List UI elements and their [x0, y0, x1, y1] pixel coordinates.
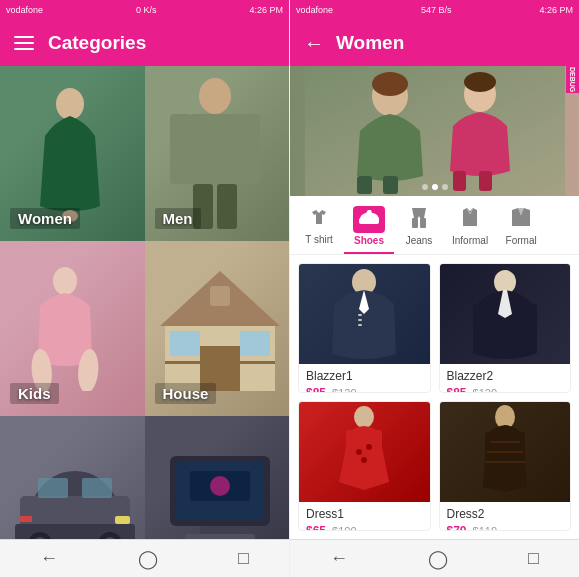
banner-content — [290, 66, 579, 196]
category-men[interactable]: Men — [145, 66, 290, 241]
left-toolbar: Categories — [0, 20, 289, 66]
svg-point-44 — [464, 72, 496, 92]
left-time: 4:26 PM — [249, 5, 283, 15]
svg-rect-55 — [346, 430, 354, 455]
dot-2[interactable] — [432, 184, 438, 190]
men-label: Men — [155, 208, 201, 229]
product-blazer2-image — [440, 264, 571, 364]
product-red-name: Dress1 — [306, 507, 423, 521]
svg-rect-38 — [357, 176, 372, 194]
product-blazer1-prices: $85 $120 — [306, 386, 423, 393]
product-dark-sale-price: $70 — [447, 524, 467, 531]
product-blazer1-info: Blazzer1 $85 $120 — [299, 364, 430, 393]
product-red-original-price: $100 — [332, 525, 356, 531]
svg-rect-32 — [185, 534, 255, 539]
product-blazer2[interactable]: Blazzer2 $85 $120 — [439, 263, 572, 393]
blazer2-svg — [465, 264, 545, 364]
product-red-sale-price: $65 — [306, 524, 326, 531]
product-blazer2-name: Blazzer2 — [447, 369, 564, 383]
jeans-tab-label: Jeans — [406, 235, 433, 246]
product-blazer1-original-price: $120 — [332, 387, 356, 393]
category-electronics[interactable]: Electronics — [145, 416, 290, 539]
informal-tab-label: Informal — [452, 235, 488, 246]
category-cars[interactable]: Cars — [0, 416, 145, 539]
right-recents-nav-icon[interactable]: □ — [528, 548, 539, 569]
tshirt-tab-label: T shirt — [305, 234, 333, 245]
svg-rect-14 — [170, 331, 200, 356]
product-blazer1-name: Blazzer1 — [306, 369, 423, 383]
right-back-nav-icon[interactable]: ← — [330, 548, 348, 569]
product-dark-image — [440, 402, 571, 502]
svg-rect-26 — [82, 478, 112, 498]
product-blazer1[interactable]: Blazzer1 $85 $120 — [298, 263, 431, 393]
tab-informal[interactable]: Informal — [444, 202, 496, 254]
banner-dots — [422, 184, 448, 190]
categories-grid: Women Men Kids — [0, 66, 289, 539]
svg-rect-27 — [115, 516, 130, 524]
red-dress-svg — [324, 402, 404, 502]
svg-rect-3 — [190, 114, 240, 184]
svg-point-34 — [210, 476, 230, 496]
right-home-nav-icon[interactable]: ◯ — [428, 548, 448, 570]
svg-rect-18 — [235, 361, 275, 364]
right-toolbar: ← Women — [290, 20, 579, 66]
debug-badge: DEBUG — [566, 66, 579, 93]
category-kids[interactable]: Kids — [0, 241, 145, 416]
svg-point-54 — [354, 406, 374, 428]
formal-icon — [510, 206, 532, 233]
right-panel: vodafone 547 B/s 4:26 PM ← Women — [289, 0, 579, 577]
banner-image — [305, 66, 565, 196]
svg-rect-50 — [358, 324, 362, 326]
product-blazer2-prices: $85 $120 — [447, 386, 564, 393]
tshirt-icon — [309, 207, 329, 232]
left-toolbar-title: Categories — [48, 32, 146, 54]
product-dark-name: Dress2 — [447, 507, 564, 521]
right-toolbar-title: Women — [336, 32, 404, 54]
back-nav-icon[interactable]: ← — [40, 548, 58, 569]
product-blazer1-image — [299, 264, 430, 364]
svg-rect-15 — [240, 331, 270, 356]
kids-label: Kids — [10, 383, 59, 404]
svg-point-59 — [361, 457, 367, 463]
dot-3[interactable] — [442, 184, 448, 190]
hamburger-icon[interactable] — [14, 36, 34, 50]
product-blazer2-original-price: $120 — [473, 387, 497, 393]
svg-rect-7 — [217, 184, 237, 229]
category-house[interactable]: House — [145, 241, 290, 416]
tab-tshirt[interactable]: T shirt — [294, 203, 344, 253]
house-label: House — [155, 383, 217, 404]
back-icon[interactable]: ← — [304, 32, 324, 55]
svg-rect-42 — [479, 171, 492, 191]
svg-rect-46 — [420, 218, 426, 228]
product-dark[interactable]: Dress2 $70 $110 — [439, 401, 572, 531]
shoes-icon — [353, 206, 385, 233]
jeans-icon — [410, 206, 428, 233]
right-carrier: vodafone — [296, 5, 333, 15]
category-women[interactable]: Women — [0, 66, 145, 241]
tab-shoes[interactable]: Shoes — [344, 202, 394, 254]
svg-rect-49 — [358, 319, 362, 321]
informal-icon — [460, 206, 480, 233]
svg-rect-4 — [170, 114, 192, 184]
recents-nav-icon[interactable]: □ — [238, 548, 249, 569]
category-tabs: T shirt Shoes Jeans Informal Formal — [290, 196, 579, 255]
svg-rect-45 — [412, 218, 418, 228]
tab-jeans[interactable]: Jeans — [394, 202, 444, 254]
product-red[interactable]: Dress1 $65 $100 — [298, 401, 431, 531]
shoes-tab-label: Shoes — [354, 235, 384, 246]
left-carrier: vodafone — [6, 5, 43, 15]
svg-rect-31 — [200, 526, 240, 534]
home-nav-icon[interactable]: ◯ — [138, 548, 158, 570]
right-status-bar: vodafone 547 B/s 4:26 PM — [290, 0, 579, 20]
left-status-bar: vodafone 0 K/s 4:26 PM — [0, 0, 289, 20]
svg-rect-53 — [521, 304, 537, 354]
right-status-info: 547 B/s — [421, 5, 452, 15]
women-label: Women — [10, 208, 80, 229]
svg-rect-5 — [238, 114, 260, 184]
left-status-info: 0 K/s — [136, 5, 157, 15]
svg-rect-56 — [374, 430, 382, 455]
product-blazer2-sale-price: $85 — [447, 386, 467, 393]
tab-formal[interactable]: Formal — [496, 202, 546, 254]
right-time: 4:26 PM — [539, 5, 573, 15]
dot-1[interactable] — [422, 184, 428, 190]
